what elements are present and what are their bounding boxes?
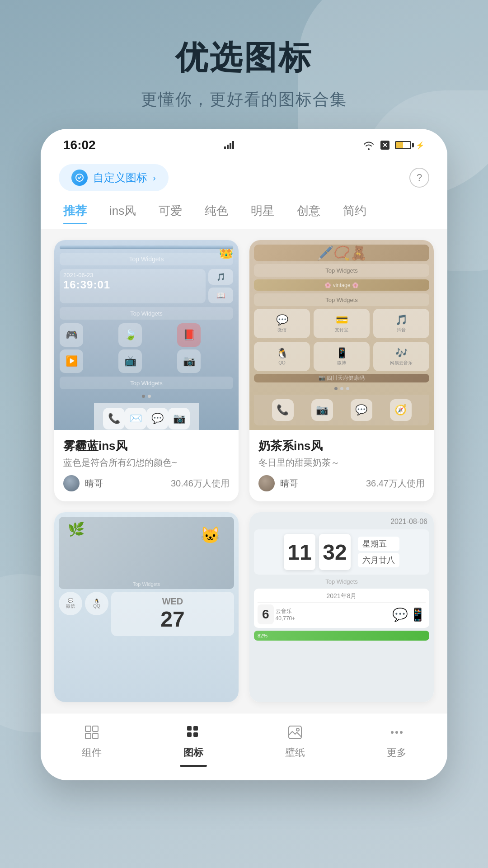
bottom-nav: 组件 图标 [41, 713, 447, 780]
cal-date-header: 2021-08-06 [254, 517, 429, 527]
signal-bars-icon [224, 141, 234, 149]
help-button[interactable]: ? [409, 168, 429, 188]
header: 优选图标 更懂你，更好看的图标合集 [0, 0, 488, 129]
customize-arrow-icon: › [153, 173, 156, 183]
card-info-milk-tea: 奶茶系ins风 冬日里的甜栗奶茶～ 晴哥 36.47万人使用 [249, 430, 434, 501]
nav-widgets-label: 组件 [82, 746, 102, 760]
tab-star[interactable]: 明星 [251, 203, 274, 224]
nav-icons-icon [183, 722, 203, 742]
book-widget: 📖 [208, 288, 233, 303]
tab-plain[interactable]: 纯色 [205, 203, 228, 224]
svg-rect-6 [193, 726, 198, 731]
flip-hour: 11 [284, 534, 315, 570]
page-subtitle: 更懂你，更好看的图标合集 [0, 89, 488, 111]
card-desc-milk-tea: 冬日里的甜栗奶茶～ [258, 457, 425, 469]
cal-mini-date: 2021年8月 [258, 592, 426, 603]
status-time: 16:02 [63, 138, 96, 152]
top-widgets-label-3: Top Widgets [60, 377, 233, 389]
app-icon-game: 🎮 [60, 323, 83, 347]
author-avatar-milk-tea [258, 475, 275, 491]
theme-card-misty-blue[interactable]: 👑 盐系零霾蓝 Top Widgets 2 [54, 240, 239, 501]
nav-wallpaper-icon [285, 722, 305, 742]
nav-wallpaper[interactable]: 壁纸 [244, 722, 346, 767]
tab-ins[interactable]: ins风 [109, 203, 136, 224]
svg-point-11 [391, 731, 394, 734]
wechat-icon-nature: 💬 微信 [59, 592, 82, 615]
svg-rect-5 [187, 726, 192, 731]
svg-rect-9 [289, 726, 301, 739]
app-icon-xiaohongshu: 📕 [177, 323, 201, 347]
dock-phone: 📞 [103, 408, 125, 429]
card-info-misty-blue: 雾霾蓝ins风 蓝色是符合所有幻想的颜色~ 晴哥 30.46万人使用 [54, 430, 239, 501]
phone-mockup: 16:02 ✕ [41, 129, 447, 780]
help-icon: ? [417, 172, 422, 184]
tea-app-grid: 💬 微信 💳 支付宝 🎵 抖音 🐧 QQ [254, 309, 429, 371]
dock-instagram-tea: 📷 [311, 399, 333, 421]
svg-point-12 [395, 731, 398, 734]
phone-mockup-container: 16:02 ✕ [0, 129, 488, 780]
svg-point-13 [400, 731, 403, 734]
nav-widgets[interactable]: 组件 [41, 722, 142, 767]
plant-decoration: 🌿 [68, 521, 84, 537]
theme-preview-calendar: 2021-08-06 11 32 星期五 六月廿八 Top Widgets [249, 512, 434, 702]
tea-app-music: 🎶 网易云音乐 [373, 342, 429, 371]
progress-bar: 82% [254, 631, 429, 641]
customize-text: 自定义图标 [93, 170, 147, 185]
nav-icons[interactable]: 图标 [142, 722, 244, 767]
tea-app-qq: 🐧 QQ [254, 342, 310, 371]
tea-app-wechat: 💬 微信 [254, 309, 310, 338]
theme-card-nature[interactable]: 🌿 🐱 Top Widgets 💬 微信 🐧 [54, 512, 239, 702]
theme-card-milk-tea[interactable]: 🖊️📿🧸 Top Widgets 🌸 vintage 🌸 Top Widgets [249, 240, 434, 501]
nav-icons-label: 图标 [183, 746, 203, 760]
nav-active-indicator [180, 765, 207, 767]
nav-more[interactable]: 更多 [346, 722, 447, 767]
status-bar: 16:02 ✕ [41, 129, 447, 157]
content-grid: 👑 盐系零霾蓝 Top Widgets 2 [41, 229, 447, 713]
svg-rect-1 [85, 726, 91, 731]
tab-cute[interactable]: 可爱 [159, 203, 182, 224]
top-widgets-label-1: Top Widgets [60, 253, 233, 265]
flip-lunar: 六月廿八 [358, 553, 399, 567]
preview-dots-tea [254, 385, 429, 392]
app-icon-bili: 📺 [118, 349, 142, 373]
theme-card-calendar[interactable]: 2021-08-06 11 32 星期五 六月廿八 Top Widgets [249, 512, 434, 702]
svg-rect-2 [93, 726, 98, 731]
cat-decoration: 🐱 [200, 526, 221, 545]
tea-photo-widget: 📷 四川天府健康码 [254, 374, 429, 382]
cal-widget-row: 💬 微信 🐧 QQ WED 27 [59, 592, 234, 636]
mini-widgets-row: 6 云音乐40,770+ 💬 📱 [258, 604, 426, 624]
author-avatar-misty-blue [63, 475, 80, 491]
dock-compass-tea: 🧭 [390, 399, 412, 421]
preview-dots-1 [142, 393, 151, 400]
theme-preview-tea: 🖊️📿🧸 Top Widgets 🌸 vintage 🌸 Top Widgets [249, 240, 434, 430]
theme-preview-blue: 👑 盐系零霾蓝 Top Widgets 2 [54, 240, 239, 430]
customize-icon [71, 170, 88, 186]
tab-recommend[interactable]: 推荐 [63, 203, 87, 224]
mini-weibo: 📱 [410, 607, 426, 622]
dock-camera: 📷 [168, 408, 190, 429]
nav-more-label: 更多 [387, 746, 407, 760]
mini-wechat: 💬 [392, 607, 408, 622]
customize-button[interactable]: 自定义图标 › [59, 164, 169, 191]
app-icons-grid-1: 🎮 🍃 📕 ▶️ 📺 📷 [60, 323, 233, 373]
app-icon-photo: 📷 [177, 349, 201, 373]
tea-top-image: 🖊️📿🧸 [254, 245, 429, 261]
tea-app-weibo: 📱 微博 [314, 342, 370, 371]
flip-day: 星期五 [358, 537, 399, 551]
user-count-milk-tea: 36.47万人使用 [366, 477, 425, 490]
music-widget: 🎵 [208, 269, 233, 285]
card-meta-misty-blue: 晴哥 30.46万人使用 [63, 475, 230, 491]
user-count-misty-blue: 30.46万人使用 [171, 477, 230, 490]
svg-point-10 [296, 728, 299, 731]
tab-creative[interactable]: 创意 [297, 203, 320, 224]
svg-rect-4 [93, 733, 98, 739]
page-title: 优选图标 [0, 36, 488, 80]
time-widgets-row: 2021-06-23 16:39:01 🎵 📖 [60, 269, 233, 303]
status-icons: ✕ ⚡ [362, 140, 425, 150]
top-widgets-cal: Top Widgets [254, 577, 429, 586]
svg-rect-7 [187, 732, 192, 737]
tab-bar: 推荐 ins风 可爱 纯色 明星 创意 简约 [41, 198, 447, 229]
mini-app-widgets: 🎵 📖 [208, 269, 233, 303]
nav-wallpaper-label: 壁纸 [285, 746, 305, 760]
tab-simple[interactable]: 简约 [343, 203, 366, 224]
